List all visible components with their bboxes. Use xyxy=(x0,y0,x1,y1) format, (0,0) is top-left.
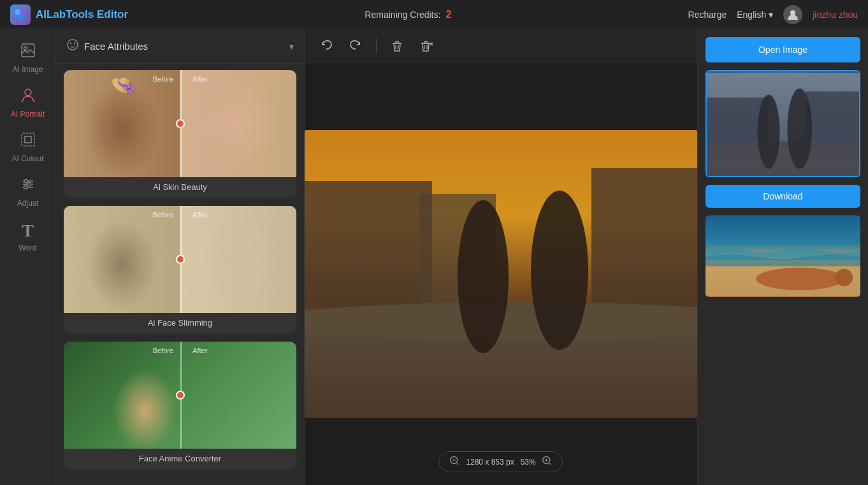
sidebar-item-adjust[interactable]: Adjust xyxy=(4,171,52,213)
portrait-icon xyxy=(20,87,36,107)
preview-secondary-bg xyxy=(705,215,860,297)
svg-line-33 xyxy=(457,463,458,465)
credits-section: Remaining Credits: 2 xyxy=(138,9,677,20)
chevron-down-icon: ▾ xyxy=(769,10,773,20)
svg-rect-41 xyxy=(707,141,859,177)
svg-point-30 xyxy=(531,191,588,350)
slider-dot[interactable] xyxy=(176,119,185,128)
tool-card-face-anime[interactable]: Before After Face Anime Converter xyxy=(64,342,296,470)
topbar-right: Recharge English ▾ jinzhu zhou xyxy=(688,5,858,24)
adjust-icon xyxy=(20,176,36,196)
chevron-down-icon[interactable]: ▾ xyxy=(289,41,294,52)
slider-dot-3[interactable] xyxy=(176,391,185,400)
svg-point-47 xyxy=(835,269,853,287)
user-avatar[interactable] xyxy=(783,5,802,24)
right-panel: Open Image xyxy=(697,29,868,485)
redo-button[interactable] xyxy=(344,34,367,57)
credits-value: 2 xyxy=(445,9,451,20)
face-anime-image: Before After xyxy=(64,342,296,449)
main-image xyxy=(305,130,697,418)
tool-card-ai-skin-beauty[interactable]: Before After Ai Skin Beauty xyxy=(64,70,296,198)
svg-point-15 xyxy=(70,43,71,44)
tool-card-ai-face-slimming[interactable]: Before After Ai Face Slimming xyxy=(64,206,296,334)
tool-panel: Face Attributes ▾ Before After Ai Skin B… xyxy=(56,29,305,485)
open-image-button[interactable]: Open Image xyxy=(705,37,860,62)
image-dimensions: 1280 x 853 px xyxy=(466,458,514,467)
face-slim-image: Before After xyxy=(64,206,296,313)
sidebar-item-label: Adjust xyxy=(17,199,38,208)
editor-toolbar xyxy=(305,29,697,62)
cutout-icon xyxy=(20,131,36,152)
preview-main-bg xyxy=(707,71,859,176)
sidebar-item-label: Word xyxy=(18,243,36,252)
tool-items: Before After Ai Skin Beauty Before After xyxy=(56,64,304,485)
download-button[interactable]: Download xyxy=(705,185,860,208)
canvas-container[interactable]: 1280 x 853 px 53% xyxy=(305,62,697,485)
sidebar-item-label: AI Portrait xyxy=(11,110,45,119)
word-icon: T xyxy=(22,221,34,241)
zoom-bar: 1280 x 853 px 53% xyxy=(438,451,563,472)
toolbar-separator xyxy=(376,38,377,54)
skin-beauty-label: Ai Skin Beauty xyxy=(64,177,296,198)
svg-line-37 xyxy=(550,463,551,465)
language-label: English xyxy=(737,10,766,20)
zoom-level: 53% xyxy=(521,458,536,467)
zoom-in-button[interactable] xyxy=(542,456,553,468)
svg-rect-25 xyxy=(419,194,496,308)
svg-rect-7 xyxy=(22,133,34,146)
undo-button[interactable] xyxy=(315,34,338,57)
svg-rect-27 xyxy=(305,321,697,418)
svg-point-6 xyxy=(25,89,31,96)
sidebar-item-label: AI Image xyxy=(12,65,43,74)
svg-point-5 xyxy=(24,47,27,50)
svg-point-13 xyxy=(24,186,27,189)
sidebar-item-label: AI Cutout xyxy=(11,154,43,163)
tool-panel-header: Face Attributes ▾ xyxy=(56,29,304,64)
logo-icon xyxy=(10,4,31,25)
svg-point-11 xyxy=(24,180,27,183)
svg-point-28 xyxy=(305,302,697,340)
username[interactable]: jinzhu zhou xyxy=(813,10,858,20)
app-logo: AILabTools Editor xyxy=(10,4,128,25)
main-layout: AI Image AI Portrait AI Cutout xyxy=(0,29,868,485)
image-icon xyxy=(20,42,36,62)
left-sidebar: AI Image AI Portrait AI Cutout xyxy=(0,29,56,485)
sidebar-item-word[interactable]: T Word xyxy=(4,215,52,257)
svg-point-2 xyxy=(17,13,24,20)
sidebar-item-ai-image[interactable]: AI Image xyxy=(4,37,52,79)
svg-rect-4 xyxy=(22,44,34,57)
delete-button[interactable] xyxy=(386,34,409,57)
svg-rect-24 xyxy=(305,181,432,308)
svg-point-14 xyxy=(68,40,78,50)
svg-point-16 xyxy=(74,43,75,44)
svg-point-3 xyxy=(790,10,795,15)
recharge-button[interactable]: Recharge xyxy=(688,10,727,20)
face-icon xyxy=(66,38,79,54)
main-image-bg xyxy=(305,130,697,418)
svg-point-43 xyxy=(787,89,812,169)
topbar: AILabTools Editor Remaining Credits: 2 R… xyxy=(0,0,868,29)
slider-dot-2[interactable] xyxy=(176,255,185,264)
sidebar-item-ai-cutout[interactable]: AI Cutout xyxy=(4,126,52,168)
svg-point-12 xyxy=(27,183,31,186)
sidebar-item-ai-portrait[interactable]: AI Portrait xyxy=(4,82,52,124)
zoom-out-button[interactable] xyxy=(449,456,459,468)
svg-point-42 xyxy=(758,94,780,169)
tool-panel-title: Face Attributes xyxy=(84,41,284,52)
face-slim-label: Ai Face Slimming xyxy=(64,313,296,334)
svg-point-29 xyxy=(458,200,509,353)
language-selector[interactable]: English ▾ xyxy=(737,10,773,20)
skin-beauty-image: Before After xyxy=(64,70,296,177)
app-name: AILabTools Editor xyxy=(36,8,128,21)
delete-all-button[interactable] xyxy=(415,34,438,57)
svg-rect-23 xyxy=(305,130,697,418)
svg-rect-26 xyxy=(591,168,697,308)
preview-secondary-image xyxy=(705,215,860,297)
preview-main-image xyxy=(705,70,860,177)
credits-label: Remaining Credits: xyxy=(365,10,440,20)
editor-area: 1280 x 853 px 53% xyxy=(305,29,697,485)
svg-point-46 xyxy=(756,268,844,291)
face-anime-label: Face Anime Converter xyxy=(64,449,296,470)
